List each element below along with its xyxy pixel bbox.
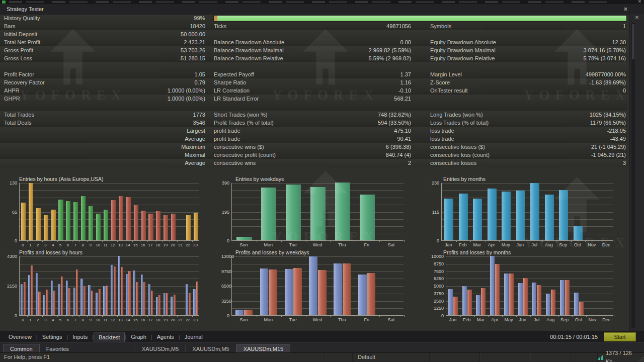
stat-label: AHPR	[4, 86, 20, 95]
bar	[186, 215, 191, 240]
bottom-dock: CommonFavorites XAUUSDm,M5XAUUSDm,M5XAUU…	[0, 342, 644, 353]
loss-bar	[318, 270, 327, 315]
stats-row: Bars18420Ticks49871056Symbols1	[0, 22, 627, 30]
x-axis-label: 21	[177, 243, 184, 247]
stat-label: LR Correlation	[214, 86, 250, 95]
tab-inputs[interactable]: Inputs	[68, 332, 92, 342]
profit-bar	[518, 283, 523, 315]
gridline	[446, 272, 613, 272]
stat-value: 1.0000 (0.00%)	[168, 95, 205, 103]
loss-bar	[481, 288, 486, 315]
stat-label: GHPR	[4, 95, 20, 103]
x-axis-label: Mon	[256, 318, 281, 322]
stat-label: Balance Drawdown Absolute	[214, 38, 284, 46]
status-cell	[325, 353, 353, 362]
tab-settings[interactable]: Settings	[38, 332, 67, 342]
stat-pair: Long Trades (won %)1025 (34.15%)	[430, 111, 626, 119]
axis-tick	[132, 315, 133, 317]
axis-tick	[470, 240, 471, 242]
stat-value: 53 703.26	[181, 46, 205, 54]
gridline	[20, 212, 199, 213]
chart-plot	[19, 256, 199, 316]
column-gap	[411, 135, 430, 143]
profile-name[interactable]: Default	[353, 353, 430, 362]
stat-value: 50 000.00	[181, 30, 205, 38]
loss-bar	[121, 267, 123, 315]
bar	[29, 183, 33, 240]
stats-row: AHPR1.0000 (0.00%)LR Correlation-0.10OnT…	[0, 86, 627, 95]
stat-pair: GHPR1.0000 (0.00%)	[4, 95, 205, 103]
profit-bar	[532, 283, 536, 315]
column-gap	[411, 46, 430, 54]
x-axis-label: 20	[169, 243, 177, 247]
bar	[310, 187, 326, 240]
vertical-scrollbar[interactable]	[631, 23, 635, 328]
tab-overview[interactable]: Overview	[4, 332, 36, 342]
x-axis-label: 22	[184, 243, 192, 247]
x-axis-label: 2	[34, 318, 42, 322]
stat-value: 1179 (66.50%)	[590, 119, 626, 127]
tester-panel-header: Strategy Tester ✕	[0, 4, 644, 15]
rail-close-icon[interactable]: ✕	[630, 15, 644, 20]
status-bar: For Help, press F1 Default 1373 / 126 Kb	[0, 352, 644, 362]
y-axis-label: 0	[5, 239, 17, 243]
stat-pair: Total Deals3546	[4, 119, 205, 127]
chart-plot	[231, 183, 404, 241]
axis-tick	[102, 240, 103, 242]
stat-label: Equity Drawdown Relative	[430, 54, 495, 62]
column-gap	[411, 22, 430, 30]
bar	[360, 195, 375, 240]
axis-tick	[404, 315, 405, 317]
stat-pair: Bars18420	[4, 22, 205, 30]
resize-grip-icon[interactable]	[638, 356, 643, 361]
y-axis-label: 6500	[221, 284, 229, 289]
x-axis-label: 3	[42, 318, 49, 322]
stat-pair: Equity Drawdown Absolute12.30	[430, 38, 626, 46]
loss-bar	[523, 278, 528, 315]
stats-row: Profit Factor1.05Expected Payoff1.37Marg…	[0, 70, 627, 78]
scrollbar-thumb[interactable]	[632, 24, 634, 59]
tab-journal[interactable]: Journal	[180, 332, 207, 342]
profit-bar	[126, 274, 128, 315]
stat-value: 475.10	[394, 127, 411, 135]
profit-bar	[285, 269, 293, 315]
status-cell	[571, 353, 598, 362]
profit-bar	[560, 280, 565, 315]
window-close-icon[interactable]: ✕	[637, 0, 641, 4]
column-gap	[205, 151, 214, 159]
gridline	[20, 190, 199, 191]
stat-pair: Expected Payoff1.37	[214, 70, 411, 78]
axis-tick	[27, 315, 28, 317]
stat-value: -51 280.15	[179, 54, 205, 62]
axis-tick	[474, 315, 475, 317]
tab-agents[interactable]: Agents	[152, 332, 179, 342]
stat-pair: History Quality99%	[4, 14, 205, 22]
bar	[21, 203, 26, 240]
stat-pair: consecutive profit (count)840.74 (4)	[214, 151, 411, 159]
loss-bar	[551, 290, 555, 315]
y-axis-label: 2150	[5, 284, 17, 289]
axis-tick	[117, 240, 118, 242]
tab-backtest[interactable]: Backtest	[94, 332, 125, 342]
stat-pair: Equity Drawdown Relative5.78% (3 074.16)	[430, 54, 626, 62]
x-axis-label: Tue	[281, 243, 305, 247]
bar	[164, 215, 168, 240]
loss-bar	[68, 288, 70, 315]
right-rail: ✕	[629, 14, 644, 331]
x-axis-label: Sep	[557, 318, 572, 322]
column-gap	[411, 111, 430, 119]
x-axis-label: 5	[57, 318, 64, 322]
stats-row: Initial Deposit50 000.00	[0, 30, 627, 38]
stat-pair: loss trade-43.49	[430, 135, 626, 143]
axis-tick	[485, 240, 486, 242]
stat-label: Total Deals	[4, 119, 31, 127]
column-gap	[205, 86, 214, 95]
panel-close-icon[interactable]: ✕	[623, 4, 628, 14]
axis-tick	[147, 315, 148, 317]
stat-label: Z-Score	[430, 78, 450, 86]
x-axis-label: 11	[102, 243, 109, 247]
chart-plot	[231, 256, 404, 316]
tab-graph[interactable]: Graph	[126, 332, 151, 342]
stat-value: 1025 (34.15%)	[590, 111, 626, 119]
start-button[interactable]: Start	[604, 332, 636, 341]
